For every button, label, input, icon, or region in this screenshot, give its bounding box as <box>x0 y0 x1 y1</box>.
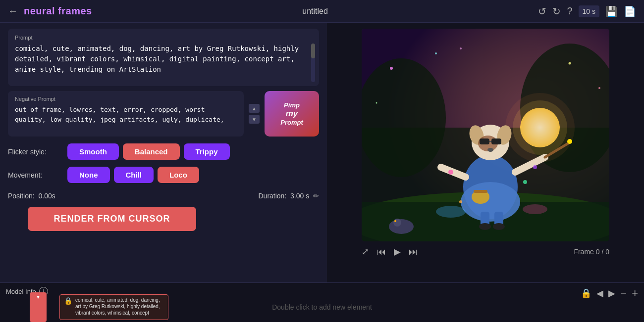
right-panel: ⤢ ⏮ ▶ ⏭ Frame 0 / 0 <box>327 23 644 282</box>
timeline-add-hint: Double click to add new element <box>272 303 372 311</box>
svg-point-11 <box>435 52 437 54</box>
svg-rect-31 <box>474 190 487 193</box>
flicker-label: Flicker style: <box>8 148 67 156</box>
controls-area: Flicker style: Smooth Balanced Trippy Mo… <box>8 141 319 202</box>
movement-row: Movement: None Chill Loco <box>8 167 319 183</box>
pimp-line2: my <box>286 109 298 119</box>
render-from-cursor-button[interactable]: RENDER FROM CURSOR <box>28 207 196 231</box>
svg-point-34 <box>479 223 491 230</box>
svg-point-25 <box>487 148 493 152</box>
svg-rect-22 <box>480 138 489 144</box>
document-title: untitled <box>92 7 538 16</box>
timeline-cursor[interactable]: ▼ <box>30 292 47 322</box>
svg-point-39 <box>533 165 537 169</box>
svg-rect-23 <box>491 138 501 144</box>
preview-ctrl-left: ⤢ ⏮ ▶ ⏭ <box>362 246 418 257</box>
svg-point-17 <box>461 182 520 222</box>
svg-point-13 <box>598 87 600 89</box>
prompt-scrollbar[interactable] <box>311 44 315 82</box>
pimp-line1: Pimp <box>284 101 300 109</box>
edit-duration-icon[interactable]: ✏ <box>313 192 319 200</box>
prompt-label: Prompt <box>15 35 312 41</box>
negative-prompt-row: Negative Prompt out of frame, lowres, te… <box>8 91 319 137</box>
position-duration-row: Position: 0.00s Duration: 3.00 s ✏ <box>8 190 319 200</box>
expand-preview-button[interactable]: ⤢ <box>362 246 369 257</box>
pimp-my-prompt-button[interactable]: Pimp my Prompt <box>265 91 319 137</box>
back-button[interactable]: ← <box>8 5 18 17</box>
pimp-line3: Prompt <box>280 119 303 126</box>
prompt-input[interactable]: comical, cute, animated, dog, dancing, a… <box>15 44 312 78</box>
flicker-btn-group: Smooth Balanced Trippy <box>67 143 230 160</box>
neg-scroll-down[interactable]: ▼ <box>249 115 260 124</box>
save-button[interactable]: 💾 <box>605 5 618 17</box>
left-panel: Prompt comical, cute, animated, dog, dan… <box>0 23 327 282</box>
preview-controls: ⤢ ⏮ ▶ ⏭ Frame 0 / 0 <box>362 246 609 257</box>
frame-info: Frame 0 / 0 <box>574 248 609 256</box>
negative-prompt-card: Negative Prompt out of frame, lowres, te… <box>8 91 244 137</box>
timeline-track[interactable]: ▼ 🔒 comical, cute, animated, dog, dancin… <box>0 292 644 322</box>
svg-point-14 <box>376 102 377 104</box>
flicker-style-row: Flicker style: Smooth Balanced Trippy <box>8 143 319 160</box>
prev-frame-button[interactable]: ⏮ <box>377 247 386 257</box>
next-frame-button[interactable]: ⏭ <box>409 247 418 257</box>
bottom-bar: Model Info i 🔒 ◀ ▶ − + ▼ 🔒 comical, cute… <box>0 282 644 322</box>
svg-point-38 <box>459 200 462 203</box>
flicker-smooth-button[interactable]: Smooth <box>67 143 119 160</box>
main-content: Prompt comical, cute, animated, dog, dan… <box>0 23 644 282</box>
negative-prompt-label: Negative Prompt <box>15 96 237 102</box>
timeline-prompt-card[interactable]: 🔒 comical, cute, animated, dog, dancing,… <box>59 294 168 320</box>
svg-point-44 <box>523 204 547 214</box>
preview-artwork <box>362 29 609 241</box>
svg-point-12 <box>569 62 571 65</box>
movement-none-button[interactable]: None <box>67 167 110 183</box>
neg-scroll-up[interactable]: ▲ <box>249 104 260 113</box>
flicker-trippy-button[interactable]: Trippy <box>184 143 230 160</box>
svg-point-41 <box>393 219 401 227</box>
timeline-lock-icon: 🔒 <box>64 297 72 305</box>
duration-display: 10 s <box>579 5 599 17</box>
svg-point-36 <box>448 170 453 175</box>
undo-button[interactable]: ↺ <box>538 5 546 17</box>
position-value: 0.00s <box>38 192 55 200</box>
play-button[interactable]: ▶ <box>394 246 401 257</box>
redo-button[interactable]: ↻ <box>552 5 561 17</box>
duration-value: 3.00 s <box>290 192 309 200</box>
svg-point-37 <box>523 180 527 184</box>
svg-point-42 <box>394 220 396 222</box>
svg-point-40 <box>389 219 414 234</box>
prompt-scroll-thumb <box>311 44 315 58</box>
svg-point-43 <box>436 206 466 218</box>
movement-loco-button[interactable]: Loco <box>158 167 199 183</box>
topbar-actions: ↺ ↻ ? 10 s 💾 📄 <box>538 5 636 17</box>
duration-display: Duration: 3.00 s ✏ <box>258 192 319 200</box>
help-button[interactable]: ? <box>567 5 572 17</box>
svg-point-7 <box>505 93 575 162</box>
export-button[interactable]: 📄 <box>624 5 636 17</box>
svg-point-29 <box>567 139 572 144</box>
brand-name: neural frames <box>24 5 92 17</box>
svg-point-10 <box>390 67 393 70</box>
movement-btn-group: None Chill Loco <box>67 167 199 183</box>
svg-point-15 <box>460 47 462 49</box>
prompt-card: Prompt comical, cute, animated, dog, dan… <box>8 29 319 86</box>
flicker-balanced-button[interactable]: Balanced <box>123 143 180 160</box>
negative-prompt-input[interactable]: out of frame, lowres, text, error, cropp… <box>15 105 237 130</box>
svg-point-35 <box>493 223 505 230</box>
topbar: ← neural frames untitled ↺ ↻ ? 10 s 💾 📄 <box>0 0 644 23</box>
preview-image <box>362 29 609 241</box>
timeline-prompt-text: comical, cute, animated, dog, dancing, a… <box>75 297 164 316</box>
movement-chill-button[interactable]: Chill <box>114 167 154 183</box>
position-label: Position: 0.00s <box>8 192 55 200</box>
movement-label: Movement: <box>8 171 67 179</box>
neg-scroll-controls: ▲ ▼ <box>249 91 260 137</box>
